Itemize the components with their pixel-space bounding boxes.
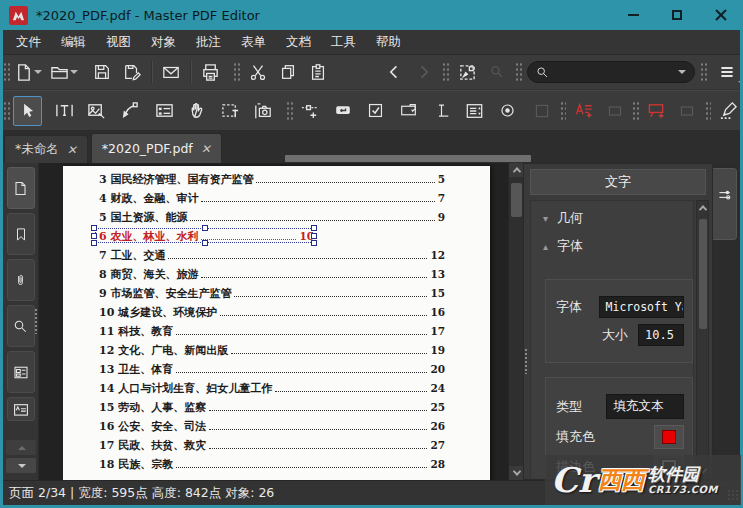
- selection-handle-se[interactable]: [311, 240, 317, 246]
- menu-help[interactable]: 帮助: [366, 30, 411, 55]
- selection-handle-ne[interactable]: [311, 225, 317, 231]
- collapse-triangle-icon[interactable]: ▾: [543, 213, 548, 224]
- sidebar-attachments-button[interactable]: [7, 259, 35, 301]
- open-file-button[interactable]: [49, 59, 79, 85]
- go-back-button[interactable]: [379, 59, 409, 85]
- sidebar-form-fields-button[interactable]: [7, 351, 35, 393]
- sidebar-scroll-down-button[interactable]: [6, 458, 36, 473]
- search-field[interactable]: [527, 61, 695, 83]
- menu-edit[interactable]: 编辑: [51, 30, 96, 55]
- menu-document[interactable]: 文档: [276, 30, 321, 55]
- hand-tool-button[interactable]: [183, 98, 212, 124]
- toolbar-grip[interactable]: [442, 61, 449, 83]
- selection-handle-s[interactable]: [202, 240, 208, 246]
- scroll-up-button[interactable]: [509, 163, 524, 177]
- selection-handle-e[interactable]: [311, 233, 317, 239]
- scrollbar-thumb[interactable]: [511, 183, 522, 217]
- toolbar-grip[interactable]: [233, 61, 240, 83]
- selection-handle-w[interactable]: [91, 233, 97, 239]
- toolbar-grip[interactable]: [286, 100, 293, 122]
- select-tool-button[interactable]: [13, 96, 42, 126]
- checkbox-field-button[interactable]: [361, 98, 390, 124]
- type-dropdown[interactable]: 填充文本: [606, 394, 684, 419]
- menu-forms[interactable]: 表单: [231, 30, 276, 55]
- tab-close-icon[interactable]: ✕: [67, 143, 77, 157]
- print-button[interactable]: [195, 59, 225, 85]
- selection-handle-nw[interactable]: [91, 225, 97, 231]
- font-size-field[interactable]: 10.5: [638, 324, 684, 346]
- sidebar-splitter-handle[interactable]: [34, 308, 39, 334]
- panel-splitter-handle[interactable]: [524, 348, 529, 374]
- minimize-button[interactable]: [611, 0, 655, 30]
- combobox-field-button[interactable]: [394, 98, 423, 124]
- edit-image-button[interactable]: [83, 98, 112, 124]
- fill-color-button[interactable]: [654, 425, 684, 449]
- go-forward-button[interactable]: [409, 59, 439, 85]
- selection-handle-sw[interactable]: [91, 240, 97, 246]
- pdf-page[interactable]: 2 综合政务3 3 国民经济管理、国有资产监管5 4 财政、金融、审计7 5 国…: [63, 166, 490, 480]
- section-geometry[interactable]: ▾ 几何: [531, 201, 693, 229]
- section-font[interactable]: ▴ 字体: [531, 229, 693, 257]
- save-button[interactable]: [87, 59, 117, 85]
- edit-path-button[interactable]: [115, 98, 144, 124]
- search-dropdown-icon[interactable]: [678, 70, 686, 74]
- annotation-callout-button[interactable]: [642, 98, 671, 124]
- panel-scrollbar-thumb[interactable]: [699, 219, 707, 329]
- panel-scroll-up-button[interactable]: [697, 201, 709, 215]
- send-email-button[interactable]: [156, 59, 186, 85]
- document-vertical-scrollbar[interactable]: [508, 163, 523, 480]
- selected-text-object[interactable]: 6 农业、林业、水利10: [99, 227, 314, 246]
- toolbar-grip[interactable]: [3, 61, 10, 83]
- main-menu-button[interactable]: [712, 59, 742, 85]
- search-input[interactable]: [549, 65, 677, 79]
- toolbar-grip[interactable]: [560, 100, 567, 122]
- new-document-button[interactable]: [13, 59, 43, 85]
- tab-close-icon[interactable]: ✕: [201, 142, 211, 156]
- select-text-area-button[interactable]: [216, 98, 245, 124]
- snapshot-button[interactable]: [249, 98, 278, 124]
- text-field-button[interactable]: [427, 98, 456, 124]
- annotation-text-button[interactable]: [569, 98, 598, 124]
- sidebar-scroll-up-button[interactable]: [6, 440, 36, 455]
- toolbar-grip[interactable]: [515, 61, 522, 83]
- sidebar-search-button[interactable]: [7, 305, 35, 347]
- menu-tools[interactable]: 工具: [321, 30, 366, 55]
- tab-2020-pdf[interactable]: *2020_PDF.pdf ✕: [91, 133, 222, 163]
- open-file-dropdown-icon[interactable]: [70, 70, 78, 74]
- pen-annotation-button[interactable]: [714, 98, 743, 124]
- toolbar-grip[interactable]: [3, 100, 10, 122]
- edit-forms-button[interactable]: [150, 98, 179, 124]
- fit-page-button[interactable]: [452, 59, 482, 85]
- new-document-dropdown-icon[interactable]: [34, 70, 42, 74]
- toolbar-grip[interactable]: [632, 100, 639, 122]
- menu-annotation[interactable]: 批注: [186, 30, 231, 55]
- listbox-field-button[interactable]: [460, 98, 489, 124]
- radio-button-field-button[interactable]: [493, 98, 522, 124]
- maximize-button[interactable]: [655, 0, 699, 30]
- menu-view[interactable]: 视图: [96, 30, 141, 55]
- tab-untitled[interactable]: *未命名 ✕: [4, 135, 88, 163]
- paste-button[interactable]: [303, 59, 333, 85]
- save-as-button[interactable]: [117, 59, 147, 85]
- cut-button[interactable]: [243, 59, 273, 85]
- selection-handle-n[interactable]: [202, 225, 208, 231]
- zoom-tool-button[interactable]: [482, 59, 512, 85]
- sidebar-pages-button[interactable]: [7, 167, 35, 209]
- menu-object[interactable]: 对象: [141, 30, 186, 55]
- menu-file[interactable]: 文件: [6, 30, 51, 55]
- panel-scrollbar[interactable]: [696, 200, 709, 479]
- scroll-down-button[interactable]: [509, 466, 524, 480]
- sidebar-signatures-button[interactable]: [7, 397, 35, 421]
- copy-button[interactable]: [273, 59, 303, 85]
- toolbar-grip[interactable]: [700, 61, 707, 83]
- sidebar-bookmarks-button[interactable]: [7, 213, 35, 255]
- properties-tab[interactable]: [713, 168, 737, 240]
- toolbar-grip[interactable]: [705, 100, 712, 122]
- main-menu-dropdown-icon[interactable]: [738, 81, 743, 85]
- font-name-field[interactable]: Microsoft YaHei: [599, 296, 684, 318]
- close-button[interactable]: [699, 0, 743, 30]
- toc-row-selected[interactable]: 6 农业、林业、水利10: [99, 227, 445, 246]
- push-button-field-button[interactable]: [328, 98, 357, 124]
- add-node-button[interactable]: [296, 98, 325, 124]
- document-view[interactable]: 2 综合政务3 3 国民经济管理、国有资产监管5 4 财政、金融、审计7 5 国…: [40, 163, 508, 480]
